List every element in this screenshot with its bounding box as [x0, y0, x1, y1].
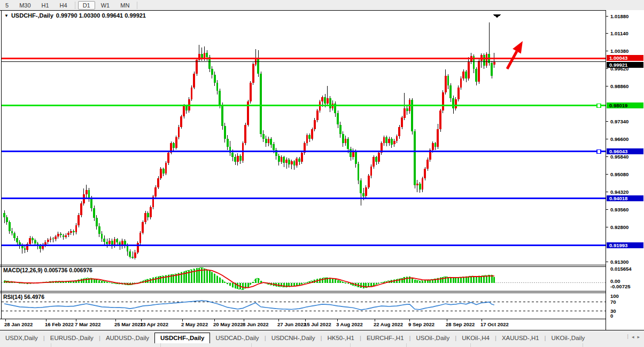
date-label: 3 Aug 2022: [336, 321, 363, 327]
candle: [11, 228, 13, 235]
date-label: 27 Jun 2022: [277, 321, 306, 327]
chart-dropdown-icon[interactable]: ▼: [4, 13, 9, 18]
candle: [150, 206, 152, 219]
top-marker-triangle-icon[interactable]: [493, 14, 501, 18]
candle: [52, 237, 54, 243]
candle: [457, 85, 460, 101]
candle: [350, 147, 352, 161]
tab-usdcad-daily[interactable]: USDCAD-,Daily: [210, 333, 264, 343]
candle: [173, 142, 175, 151]
price-tick-mark: [606, 262, 608, 262]
timeframe-button-h4[interactable]: H4: [55, 1, 72, 10]
candle: [32, 236, 34, 243]
status-strip-separator: [583, 343, 583, 347]
candle: [9, 220, 11, 234]
rsi-indicator-panel[interactable]: [0, 293, 606, 319]
candle: [385, 136, 387, 146]
macd-histogram-bar: [247, 283, 249, 287]
candle: [396, 135, 398, 144]
tab-usdchf-daily[interactable]: USDCHF-,Daily: [154, 333, 210, 343]
candle: [437, 124, 439, 149]
trend-arrow-annotation[interactable]: [507, 41, 523, 69]
candle: [134, 250, 136, 259]
tab-usdx-daily[interactable]: USDX,Daily: [0, 333, 43, 343]
macd-histogram-bar: [219, 278, 221, 282]
candle: [429, 148, 431, 162]
candle: [270, 137, 272, 148]
price-tick-mark: [606, 86, 608, 86]
tab-hk50-h1[interactable]: HK50-,H1: [322, 333, 360, 343]
candle: [252, 62, 254, 85]
hline-handle[interactable]: [597, 149, 601, 153]
date-label: 8 Jun 2022: [243, 321, 269, 327]
macd-histogram-bar: [419, 281, 421, 282]
price-tick-mark: [606, 227, 608, 227]
macd-histogram-bar: [424, 280, 426, 282]
date-label: 13 Apr 2022: [140, 321, 168, 327]
date-label: 17 Oct 2022: [480, 321, 509, 327]
macd-histogram-bar: [363, 283, 364, 288]
timeframe-button-5[interactable]: 5: [1, 1, 13, 10]
tabs-scroll-left-icon[interactable]: ◂: [632, 334, 634, 340]
price-tick-mark: [606, 33, 608, 34]
price-tick-label: 1.01880: [610, 13, 629, 19]
tab-usdcnh-daily[interactable]: USDCNH-,Daily: [266, 333, 321, 343]
candle: [24, 246, 26, 253]
tabs-scroll-right-icon[interactable]: ▸: [637, 334, 640, 340]
tab-ukoil-h4[interactable]: UKOil-,H4: [456, 333, 495, 343]
candle: [229, 141, 231, 156]
candlestick-chart[interactable]: [0, 10, 606, 265]
candle: [452, 96, 454, 114]
tab-usoil-daily[interactable]: USOil-,Daily: [411, 333, 455, 343]
tab-eurchf-h1[interactable]: EURCHF-,H1: [361, 333, 409, 343]
candle: [304, 141, 306, 155]
timeframe-button-w1[interactable]: W1: [96, 1, 115, 10]
macd-histogram-bar: [414, 280, 416, 282]
candle: [83, 188, 85, 206]
macd-histogram-bar: [493, 277, 495, 282]
macd-histogram-bar: [83, 279, 84, 283]
macd-histogram-bar: [476, 277, 477, 283]
candle: [334, 101, 336, 117]
candle: [214, 72, 216, 86]
candle: [401, 116, 403, 129]
timeframe-button-h1[interactable]: H1: [37, 1, 54, 10]
chart-symbol-period: USDCHF-,Daily: [11, 12, 53, 19]
candle: [375, 156, 377, 165]
rsi-axis-label: 70: [610, 299, 616, 305]
tab-audusd-daily[interactable]: AUDUSD-,Daily: [100, 333, 154, 343]
macd-histogram-bar: [401, 278, 403, 283]
candle: [383, 136, 385, 145]
macd-histogram-bar: [104, 281, 105, 282]
price-axis[interactable]: 1.018801.011401.003800.996200.988600.973…: [606, 10, 644, 330]
macd-histogram-bar: [96, 279, 97, 282]
candle: [462, 69, 464, 81]
candle: [147, 211, 149, 220]
timeframe-button-mn[interactable]: MN: [115, 1, 134, 10]
candle: [121, 239, 123, 249]
timeframe-toolbar: 5M30H1H4D1W1MN: [0, 0, 644, 10]
candle: [142, 220, 144, 234]
candle: [162, 168, 165, 177]
candle: [167, 151, 169, 165]
price-tick-mark: [606, 156, 608, 157]
candle: [75, 223, 77, 234]
timeframe-button-d1[interactable]: D1: [78, 1, 95, 10]
timeframe-button-m30[interactable]: M30: [14, 1, 35, 10]
price-tick-label: 1.00380: [610, 48, 629, 54]
hline-handle[interactable]: [597, 104, 601, 107]
candle: [237, 153, 239, 165]
candle: [460, 76, 462, 90]
tab-xauusd-h1[interactable]: XAUUSD-,H1: [496, 333, 545, 343]
date-axis[interactable]: 28 Jan 202216 Feb 20227 Mar 202225 Mar 2…: [0, 319, 606, 330]
candle: [480, 53, 483, 68]
macd-histogram-bar: [232, 283, 234, 288]
tab-eurusd-daily[interactable]: EURUSD-,Daily: [45, 333, 99, 343]
candle: [347, 137, 349, 153]
candle: [67, 231, 69, 237]
tab-separator: |: [627, 332, 629, 341]
macd-histogram-bar: [412, 278, 413, 282]
status-strip-separator: [160, 343, 161, 347]
candle: [70, 229, 72, 235]
tab-ukoil-daily[interactable]: UKOil-,Daily: [546, 333, 591, 343]
